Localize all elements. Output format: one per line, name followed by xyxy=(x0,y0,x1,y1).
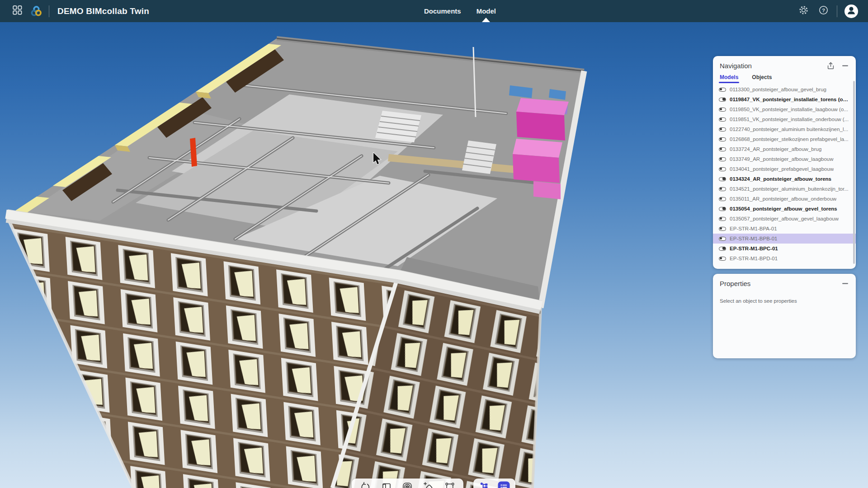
navigation-panel-header: Navigation xyxy=(713,56,856,71)
account-button[interactable] xyxy=(844,5,858,18)
model-row[interactable]: 0113300_pontsteiger_afbouw_gevel_brug xyxy=(713,84,856,94)
model-visibility-toggle[interactable] xyxy=(719,88,726,92)
app-title: DEMO BIMcollab Twin xyxy=(57,6,149,16)
model-name: 0135057_pontsteiger_afbouw_gevel_laagbou… xyxy=(730,216,839,221)
model-visibility-toggle[interactable] xyxy=(719,137,726,141)
properties-panel-title: Properties xyxy=(720,280,750,287)
compare-views-button[interactable] xyxy=(378,479,395,488)
user-avatar-icon xyxy=(845,5,857,18)
model-name: 0134324_AR_pontsteiger_afbouw_torens xyxy=(730,176,831,182)
properties-panel-header: Properties xyxy=(713,274,856,289)
model-name: EP-STR-M1-BPA-01 xyxy=(730,226,777,231)
model-row[interactable]: 0119851_VK_pontsteiger_installatie_onder… xyxy=(713,114,856,124)
model-row[interactable]: EP-STR-M1-BPD-01 xyxy=(713,253,856,263)
top-bar-divider xyxy=(837,5,837,17)
collapse-properties-button[interactable] xyxy=(842,280,849,287)
model-visibility-toggle[interactable] xyxy=(719,217,726,221)
model-name: 0133724_AR_pontsteiger_afbouw_brug xyxy=(730,146,821,152)
model-visibility-toggle[interactable] xyxy=(719,157,726,161)
section-plane-button[interactable] xyxy=(420,479,437,488)
top-bar: DEMO BIMcollab Twin Documents Model xyxy=(0,0,868,22)
model-visibility-toggle[interactable] xyxy=(719,247,726,251)
model-visibility-toggle[interactable] xyxy=(719,108,726,112)
top-bar-right: ? xyxy=(797,0,868,22)
upload-model-button[interactable] xyxy=(827,62,835,70)
model-name: EP-STR-M1-BPD-01 xyxy=(730,256,778,261)
model-visibility-toggle[interactable] xyxy=(719,227,726,231)
model-row[interactable]: EP-STR-M1-BPB-01 xyxy=(713,234,856,244)
model-visibility-toggle[interactable] xyxy=(719,117,726,122)
model-row[interactable]: 0135054_pontsteiger_afbouw_gevel_torens xyxy=(713,204,856,214)
model-name: 0134041_pontsteiger_prefabgevel_laagbouw xyxy=(730,166,834,172)
model-row[interactable]: 0133749_AR_pontsteiger_afbouw_laagbouw xyxy=(713,154,856,164)
reset-view-icon xyxy=(360,482,371,488)
model-name: 0126868_pontsteiger_stelkozijnen prefabg… xyxy=(730,136,849,142)
tab-documents-label: Documents xyxy=(424,7,461,15)
model-row[interactable]: EP-STR-M1-BPA-01 xyxy=(713,224,856,234)
main-nav-tabs: Documents Model xyxy=(424,0,496,22)
model-list-scrollbar[interactable] xyxy=(853,81,855,264)
model-name: 0135054_pontsteiger_afbouw_gevel_torens xyxy=(730,206,837,211)
orbit-cube-button[interactable] xyxy=(399,479,416,488)
navigation-tabs: Models Objects xyxy=(713,71,856,83)
model-list: 0113300_pontsteiger_afbouw_gevel_brug 01… xyxy=(713,84,856,263)
area-select-icon xyxy=(444,482,455,488)
tab-model-label: Model xyxy=(476,7,496,15)
upload-icon xyxy=(827,62,835,70)
model-row[interactable]: 0134521_pontsteiger_aluminium_buitenkozi… xyxy=(713,184,856,194)
list-view-button[interactable] xyxy=(495,479,513,488)
model-name: 0133749_AR_pontsteiger_afbouw_laagbouw xyxy=(730,156,834,162)
model-viewport[interactable]: Navigation Models Objects 0113 xyxy=(0,22,868,488)
model-visibility-toggle[interactable] xyxy=(719,257,726,261)
model-name: 0134521_pontsteiger_aluminium_buitenkozi… xyxy=(730,186,849,192)
model-name: 0135011_AR_pontsteiger_afbouw_onderbouw xyxy=(730,196,836,202)
model-row[interactable]: 0126868_pontsteiger_stelkozijnen prefabg… xyxy=(713,134,856,144)
model-visibility-toggle[interactable] xyxy=(719,167,726,171)
area-select-button[interactable] xyxy=(441,479,458,488)
model-name: 0122740_pontsteiger_aluminium buitenkozi… xyxy=(730,127,848,132)
active-tab-indicator xyxy=(482,18,490,22)
app-launcher-button[interactable] xyxy=(11,5,24,18)
model-row[interactable]: 0119850_VK_pontsteiger_installatie_laagb… xyxy=(713,104,856,114)
model-tree-button[interactable] xyxy=(476,479,493,488)
model-visibility-toggle[interactable] xyxy=(719,98,726,102)
model-visibility-toggle[interactable] xyxy=(719,187,726,191)
model-name: EP-STR-M1-BPB-01 xyxy=(730,236,777,241)
list-view-icon xyxy=(498,481,510,488)
model-row[interactable]: 0133724_AR_pontsteiger_afbouw_brug xyxy=(713,144,856,154)
section-plane-icon xyxy=(423,482,434,488)
model-row[interactable]: 0135011_AR_pontsteiger_afbouw_onderbouw xyxy=(713,194,856,204)
bimcollab-logo xyxy=(30,5,42,18)
top-bar-left: DEMO BIMcollab Twin xyxy=(0,5,149,18)
settings-button[interactable] xyxy=(797,5,810,18)
model-row[interactable]: EP-STR-M1-BPC-01 xyxy=(713,244,856,253)
model-name: 0119850_VK_pontsteiger_installatie_laagb… xyxy=(730,107,848,112)
collapse-navigation-button[interactable] xyxy=(842,62,849,69)
tab-objects[interactable]: Objects xyxy=(752,74,772,83)
help-icon: ? xyxy=(818,5,829,17)
help-button[interactable]: ? xyxy=(817,5,830,18)
model-row[interactable]: 0134324_AR_pontsteiger_afbouw_torens xyxy=(713,174,856,184)
properties-panel: Properties Select an object to see prope… xyxy=(713,274,856,358)
model-tree-icon xyxy=(479,482,490,488)
model-visibility-toggle[interactable] xyxy=(719,197,726,201)
tab-model[interactable]: Model xyxy=(476,0,496,22)
model-name: EP-STR-M1-BPC-01 xyxy=(730,246,778,251)
top-bar-divider xyxy=(49,5,49,17)
model-visibility-toggle[interactable] xyxy=(719,237,726,241)
tab-documents[interactable]: Documents xyxy=(424,0,461,22)
model-row[interactable]: 0122740_pontsteiger_aluminium buitenkozi… xyxy=(713,124,856,134)
model-name: 0113300_pontsteiger_afbouw_gevel_brug xyxy=(730,87,826,92)
model-row[interactable]: 0134041_pontsteiger_prefabgevel_laagbouw xyxy=(713,164,856,174)
model-row[interactable]: 0135057_pontsteiger_afbouw_gevel_laagbou… xyxy=(713,214,856,224)
model-visibility-toggle[interactable] xyxy=(719,147,726,151)
model-visibility-toggle[interactable] xyxy=(719,177,726,181)
panel-toolbar xyxy=(473,479,515,488)
navigation-panel: Navigation Models Objects 0113 xyxy=(713,56,856,269)
model-visibility-toggle[interactable] xyxy=(719,207,726,211)
reset-view-button[interactable] xyxy=(357,479,374,488)
model-visibility-toggle[interactable] xyxy=(719,127,726,131)
model-row[interactable]: 0119847_VK_pontsteiger_installatie_toren… xyxy=(713,94,856,104)
tab-models[interactable]: Models xyxy=(720,74,738,83)
apps-grid-icon xyxy=(13,5,22,17)
